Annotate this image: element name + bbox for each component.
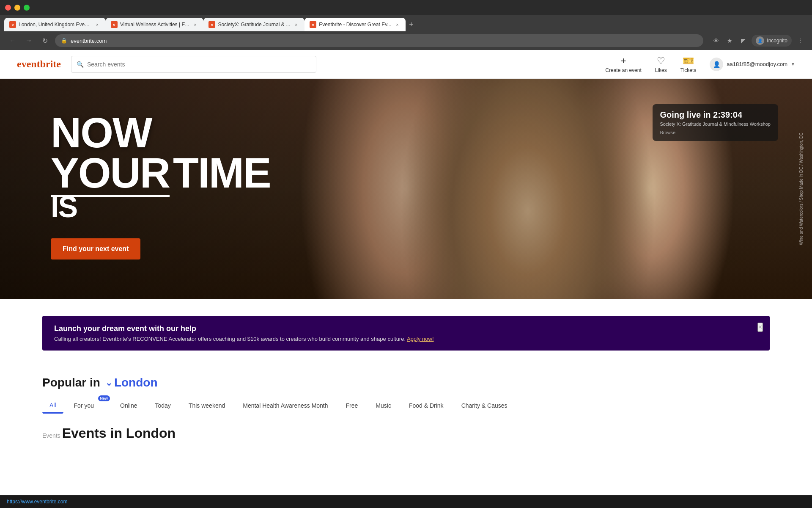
filter-tab-today[interactable]: Today (148, 398, 178, 413)
site-wrapper: eventbrite 🔍 + Create an event ♡ Likes 🎫… (0, 50, 812, 483)
tickets-label: Tickets (680, 67, 697, 73)
maximize-button[interactable] (24, 5, 30, 11)
search-icon: 🔍 (77, 61, 84, 68)
tab-favicon-wellness: e (111, 21, 118, 28)
chevron-icon: ⌄ (105, 378, 112, 388)
filter-tab-charity[interactable]: Charity & Causes (454, 398, 515, 413)
promo-title: Launch your dream event with our help (54, 324, 758, 333)
profile-avatar: 👤 (756, 36, 764, 45)
tab-close-main[interactable]: × (394, 21, 401, 28)
tab-favicon-main: e (310, 21, 316, 28)
live-countdown: Going live in 2:39:04 (660, 110, 771, 120)
events-in-london: Events in London (62, 425, 176, 441)
status-bar: https://www.eventbrite.com (0, 495, 812, 508)
hero-title-line2: YOUR TIME (51, 153, 761, 197)
tab-eventbrite-main[interactable]: e Eventbrite - Discover Great Ev... × (304, 18, 406, 31)
new-tab-button[interactable]: + (406, 18, 417, 31)
live-browse-link[interactable]: Browse (660, 130, 676, 135)
location-label: London (114, 376, 158, 389)
close-button[interactable] (5, 5, 11, 11)
user-email: aa181f85@moodjoy.com (727, 61, 787, 67)
chevron-down-icon: ▼ (791, 62, 795, 66)
tab-societyx[interactable]: e SocietyX: Gratitude Journal & ... × (203, 18, 304, 31)
minimize-button[interactable] (14, 5, 20, 11)
search-input[interactable] (87, 61, 311, 68)
filter-tab-free[interactable]: Free (339, 398, 365, 413)
tab-bar: e London, United Kingdom Even... × e Vir… (0, 15, 812, 31)
new-badge: New (98, 395, 110, 401)
back-button[interactable]: ← (7, 35, 19, 47)
user-avatar: 👤 (710, 58, 723, 71)
tickets-action[interactable]: 🎫 Tickets (680, 55, 697, 73)
tab-title-london: London, United Kingdom Even... (19, 22, 91, 28)
header-actions: + Create an event ♡ Likes 🎫 Tickets 👤 aa… (605, 55, 795, 73)
popular-section: Popular in ⌄ London All For you New Onli… (0, 367, 812, 421)
live-overlay: Going live in 2:39:04 Society X: Gratitu… (653, 104, 778, 141)
filter-tabs: All For you New Online Today This weeken… (42, 398, 770, 413)
profile-button[interactable]: 👤 Incognito (752, 35, 792, 47)
search-bar[interactable]: 🔍 (71, 56, 316, 73)
address-input[interactable]: 🔒 eventbrite.com (55, 34, 703, 47)
filter-tab-for-you[interactable]: For you New (67, 398, 110, 413)
extension-icon-1[interactable]: 👁 (711, 36, 721, 46)
reload-button[interactable]: ↻ (39, 35, 51, 47)
tab-close-london[interactable]: × (94, 21, 101, 28)
hero-title-time: TIME (173, 153, 271, 193)
page-bottom-heading: Events Events in London (0, 421, 812, 483)
user-section[interactable]: 👤 aa181f85@moodjoy.com ▼ (710, 58, 795, 71)
promo-banner: Launch your dream event with our help Ca… (42, 316, 770, 351)
logo-link[interactable]: eventbrite (17, 58, 61, 70)
screenshot-icon[interactable]: ◤ (738, 36, 748, 46)
tab-title-societyx: SocietyX: Gratitude Journal & ... (218, 22, 290, 28)
bottom-url[interactable]: https://www.eventbrite.com (7, 499, 67, 505)
likes-label: Likes (655, 67, 667, 73)
ticket-icon: 🎫 (683, 55, 694, 66)
tab-close-wellness[interactable]: × (192, 21, 198, 28)
filter-tab-music[interactable]: Music (368, 398, 398, 413)
create-event-label: Create an event (605, 67, 641, 73)
incognito-label: Incognito (767, 38, 787, 44)
titlebar (0, 0, 812, 15)
tab-favicon-london: e (9, 21, 16, 28)
heart-icon: ♡ (657, 55, 665, 66)
tab-favicon-societyx: e (208, 21, 215, 28)
menu-icon[interactable]: ⋮ (795, 36, 805, 46)
filter-tab-online[interactable]: Online (113, 398, 144, 413)
address-text: eventbrite.com (71, 38, 697, 44)
tab-title-main: Eventbrite - Discover Great Ev... (319, 22, 391, 28)
live-event-title: Society X: Gratitude Journal & Mindfulne… (660, 121, 771, 127)
promo-body: Calling all creators! Eventbrite's RECON… (54, 336, 758, 342)
lock-icon: 🔒 (61, 38, 67, 44)
likes-action[interactable]: ♡ Likes (655, 55, 667, 73)
forward-button[interactable]: → (23, 35, 35, 47)
filter-tab-food-drink[interactable]: Food & Drink (402, 398, 451, 413)
create-event-action[interactable]: + Create an event (605, 55, 641, 73)
browser-chrome: e London, United Kingdom Even... × e Vir… (0, 0, 812, 50)
tab-close-societyx[interactable]: × (293, 21, 299, 28)
popular-title: Popular in (42, 376, 100, 389)
address-bar-container: ← → ↻ 🔒 eventbrite.com 👁 ★ ◤ 👤 Incognito… (0, 31, 812, 50)
promo-close-button[interactable]: × (757, 323, 763, 332)
location-button[interactable]: ⌄ London (105, 376, 158, 389)
plus-icon: + (621, 55, 626, 66)
find-event-button[interactable]: Find your next event (51, 238, 140, 260)
hero-section: NOW YOUR TIME IS Find your next event Go… (0, 79, 812, 299)
bottom-content: https://www.eventbrite.com (7, 499, 805, 505)
tab-wellness[interactable]: e Virtual Wellness Activities | E... × (106, 18, 203, 31)
filter-tab-mental-health[interactable]: Mental Health Awareness Month (236, 398, 335, 413)
events-in-prefix: Events (42, 432, 62, 439)
bookmark-icon[interactable]: ★ (724, 36, 735, 46)
browser-toolbar: 👁 ★ ◤ 👤 Incognito ⋮ (711, 35, 805, 47)
tab-london[interactable]: e London, United Kingdom Even... × (4, 18, 106, 31)
tab-title-wellness: Virtual Wellness Activities | E... (120, 22, 189, 28)
filter-tab-this-weekend[interactable]: This weekend (181, 398, 232, 413)
active-tab-indicator (43, 413, 63, 414)
live-link[interactable]: Browse (660, 130, 771, 135)
popular-header: Popular in ⌄ London (42, 376, 770, 389)
filter-tab-all[interactable]: All (42, 398, 63, 413)
logo-text: eventbrite (17, 58, 61, 70)
site-header: eventbrite 🔍 + Create an event ♡ Likes 🎫… (0, 50, 812, 79)
promo-apply-link[interactable]: Apply now! (407, 336, 434, 342)
